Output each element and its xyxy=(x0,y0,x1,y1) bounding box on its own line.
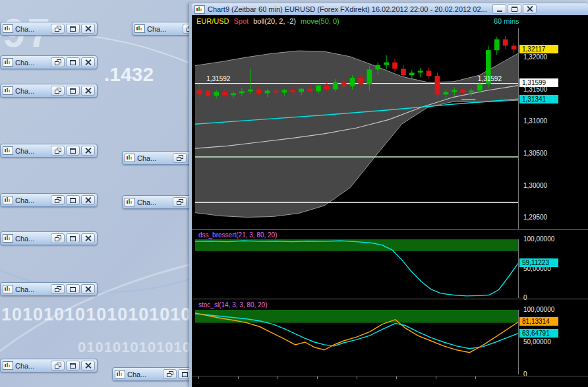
chart-icon xyxy=(115,370,125,378)
maximize-button[interactable] xyxy=(66,284,80,294)
desktop-watermark: 10101010101010101010 xyxy=(1,305,212,325)
restore-button[interactable] xyxy=(51,284,65,294)
maximize-button[interactable] xyxy=(66,233,80,243)
window-controls xyxy=(51,146,95,156)
maximize-button[interactable] xyxy=(66,57,80,67)
chart-window: Chart9 (Zeitbar 60 min) EURUSD (Forex FX… xyxy=(189,3,588,387)
window-controls xyxy=(51,361,95,371)
restore-icon xyxy=(55,26,61,32)
close-button[interactable] xyxy=(81,284,95,294)
price-axis[interactable]: 1,320001,315001,310001,305001,300001,295… xyxy=(518,28,588,229)
window-titlebar[interactable]: Chart9 (Zeitbar 60 min) EURUSD (Forex FX… xyxy=(192,3,588,16)
collapsed-chart-window[interactable]: Cha... xyxy=(0,359,98,372)
maximize-button[interactable] xyxy=(66,195,80,205)
stoc-indicator-label: stoc_sl(14, 3, 3, 80, 20) xyxy=(198,301,268,309)
restore-button[interactable] xyxy=(51,233,65,243)
dss-indicator-axis[interactable]: 100,0000050,00000059,11223 xyxy=(518,239,588,298)
stoc-fast-marker: 81,13314 xyxy=(519,317,558,326)
collapsed-chart-window[interactable]: Cha... xyxy=(0,55,98,69)
close-button[interactable] xyxy=(523,4,537,14)
restore-icon xyxy=(55,286,61,292)
close-icon xyxy=(85,363,91,369)
chart-icon xyxy=(194,5,205,14)
collapsed-window-title: Cha... xyxy=(15,147,34,155)
restore-button[interactable] xyxy=(51,24,65,34)
maximize-button[interactable] xyxy=(66,24,80,34)
time-axis[interactable] xyxy=(192,376,588,387)
restore-button[interactable] xyxy=(51,86,65,96)
dss-value-marker: 59,11223 xyxy=(519,258,558,267)
collapsed-window-title: Cha... xyxy=(15,59,34,67)
restore-icon xyxy=(55,197,61,203)
window-title: Chart9 (Zeitbar 60 min) EURUSD (Forex FX… xyxy=(208,5,487,13)
close-button[interactable] xyxy=(81,195,95,205)
stoc-indicator-chart[interactable] xyxy=(195,310,518,374)
indicator-tick: 100,00000 xyxy=(523,235,554,243)
indicator-label: boll(20, 2, -2) xyxy=(253,17,296,25)
restore-button[interactable] xyxy=(51,195,65,205)
close-button[interactable] xyxy=(81,361,95,371)
chart-icon xyxy=(3,86,13,95)
chart-icon xyxy=(125,154,135,162)
collapsed-window-title: Cha... xyxy=(15,362,34,370)
collapsed-window-title: Cha... xyxy=(15,196,34,204)
restore-icon xyxy=(177,155,183,161)
minimize-button[interactable] xyxy=(492,4,506,14)
close-button[interactable] xyxy=(81,24,95,34)
restore-icon xyxy=(55,148,61,154)
desktop-watermark: .1432 xyxy=(104,63,154,86)
maximize-icon xyxy=(70,60,76,65)
restore-icon xyxy=(167,371,173,377)
restore-button[interactable] xyxy=(173,153,187,163)
collapsed-chart-window[interactable]: Cha... xyxy=(0,193,98,207)
restore-button[interactable] xyxy=(51,361,65,371)
restore-button[interactable] xyxy=(51,146,65,156)
maximize-button[interactable] xyxy=(66,146,80,156)
chart-area: EUR/USD Spot boll(20, 2, -2) move(50, 0)… xyxy=(192,15,588,387)
collapsed-chart-window[interactable]: Cha... xyxy=(0,282,98,296)
collapsed-window-title: Cha... xyxy=(15,285,34,293)
symbol-label: EUR/USD xyxy=(196,17,229,25)
maximize-button[interactable] xyxy=(508,4,521,14)
desktop-watermark: 0101010101010 xyxy=(78,339,191,356)
chart-icon xyxy=(3,196,13,204)
svg-text:1,31592: 1,31592 xyxy=(206,75,231,82)
dss-indicator-chart[interactable] xyxy=(195,239,518,298)
price-chart[interactable]: 1,315921,31592 xyxy=(195,28,518,229)
indicator-tick: 50,00000 xyxy=(523,338,551,345)
close-button[interactable] xyxy=(81,233,95,243)
close-icon xyxy=(85,59,91,65)
collapsed-chart-window[interactable]: Cha... xyxy=(0,144,98,158)
close-button[interactable] xyxy=(81,86,95,96)
svg-text:1,31592: 1,31592 xyxy=(478,75,502,82)
price-tick: 1,30500 xyxy=(523,150,547,157)
restore-icon xyxy=(177,199,183,205)
collapsed-window-title: Cha... xyxy=(147,25,166,33)
restore-button[interactable] xyxy=(173,197,187,207)
collapsed-chart-window[interactable]: Cha... xyxy=(0,22,98,36)
collapsed-window-title: Cha... xyxy=(15,235,34,243)
restore-icon xyxy=(55,59,61,65)
panel-divider[interactable] xyxy=(192,299,588,299)
dss-indicator-label: dss_bressert(21, 3, 80, 20) xyxy=(198,231,278,239)
price-tick: 1,29500 xyxy=(523,214,547,221)
close-button[interactable] xyxy=(81,57,95,67)
indicator-label: move(50, 0) xyxy=(301,17,339,25)
collapsed-window-title: Cha... xyxy=(137,198,156,206)
collapsed-chart-window[interactable]: Cha... xyxy=(0,231,98,245)
restore-button[interactable] xyxy=(51,57,65,67)
chart-icon xyxy=(3,285,13,293)
panel-divider[interactable] xyxy=(192,229,588,230)
collapsed-chart-window[interactable]: Cha... xyxy=(0,84,98,98)
close-button[interactable] xyxy=(81,146,95,156)
restore-button[interactable] xyxy=(163,369,177,379)
close-icon xyxy=(85,88,91,94)
maximize-button[interactable] xyxy=(66,361,80,371)
maximize-button[interactable] xyxy=(66,86,80,96)
stoc-indicator-axis[interactable]: 100,0000050,00000081,1331463,64791 xyxy=(518,310,588,374)
window-controls xyxy=(51,24,95,34)
restore-icon xyxy=(55,88,61,94)
collapsed-window-title: Cha... xyxy=(137,154,156,162)
price-tick: 1,31000 xyxy=(523,117,547,125)
maximize-icon xyxy=(70,198,76,203)
